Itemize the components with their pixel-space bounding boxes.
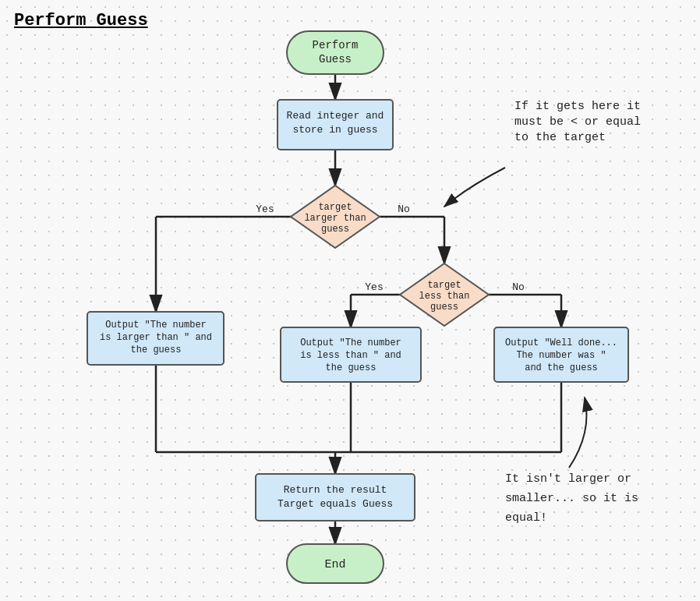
svg-text:the guess: the guess — [326, 362, 377, 373]
svg-text:Yes: Yes — [256, 203, 274, 215]
svg-text:guess: guess — [321, 224, 349, 235]
svg-text:No: No — [512, 281, 525, 293]
svg-text:The number was ": The number was " — [516, 350, 606, 361]
svg-text:Output "Well done...: Output "Well done... — [505, 338, 617, 348]
svg-text:guess: guess — [430, 302, 458, 313]
svg-text:Return the result: Return the result — [284, 484, 387, 496]
svg-text:target: target — [318, 202, 352, 213]
svg-text:to the target: to the target — [514, 131, 606, 144]
svg-text:the guess: the guess — [131, 345, 182, 355]
svg-text:equal!: equal! — [505, 511, 547, 525]
svg-text:End: End — [324, 558, 345, 571]
svg-text:If it gets here it: If it gets here it — [514, 100, 641, 113]
svg-text:is larger than " and: is larger than " and — [100, 332, 212, 343]
svg-text:Read integer and: Read integer and — [287, 110, 384, 122]
svg-text:Guess: Guess — [319, 53, 352, 65]
svg-text:less than: less than — [419, 291, 470, 302]
svg-text:larger than: larger than — [304, 213, 366, 224]
svg-text:It isn't larger or: It isn't larger or — [505, 472, 631, 486]
svg-rect-50 — [256, 474, 415, 521]
svg-text:target: target — [427, 280, 461, 291]
flowchart: Perform Guess Read integer and store in … — [0, 0, 700, 601]
svg-text:Yes: Yes — [365, 281, 383, 293]
svg-text:Perform: Perform — [313, 39, 359, 51]
svg-text:must be < or equal: must be < or equal — [514, 115, 641, 129]
svg-text:smaller... so it is: smaller... so it is — [505, 492, 638, 505]
svg-text:Output "The number: Output "The number — [300, 338, 401, 348]
svg-text:and the guess: and the guess — [525, 362, 598, 373]
svg-text:is less than " and: is less than " and — [300, 350, 401, 361]
svg-text:store in guess: store in guess — [292, 124, 377, 136]
svg-text:Target equals Guess: Target equals Guess — [278, 498, 393, 510]
svg-text:Output "The number: Output "The number — [105, 320, 207, 331]
svg-text:No: No — [398, 203, 410, 215]
